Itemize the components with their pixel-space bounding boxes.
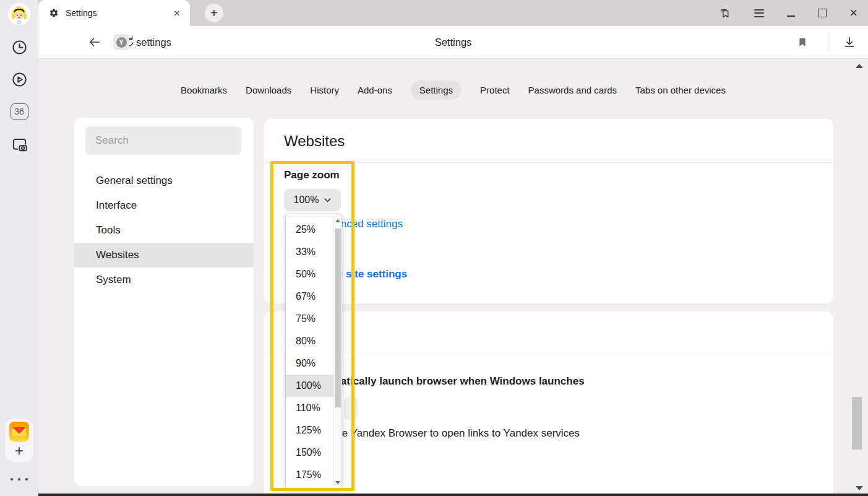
bookmark-icon[interactable]	[796, 36, 809, 48]
page-scroll-up-icon[interactable]	[856, 64, 863, 68]
page-scroll-down-icon[interactable]	[856, 486, 863, 490]
tab-close-icon[interactable]: ×	[171, 7, 183, 20]
zoom-option-25[interactable]: 25%	[286, 219, 333, 241]
nav-item-addons[interactable]: Add-ons	[358, 80, 392, 100]
dropdown-scrollbar[interactable]	[333, 214, 342, 489]
gear-icon	[49, 8, 59, 18]
nav-item-downloads[interactable]: Downloads	[246, 80, 291, 100]
card-divider	[264, 352, 833, 352]
nav-item-settings[interactable]: Settings	[411, 80, 462, 100]
download-icon[interactable]	[843, 35, 856, 49]
window-controls: ×	[718, 0, 868, 26]
tab-strip: Settings × + ×	[38, 0, 868, 26]
page-title: Settings	[435, 37, 472, 48]
websites-heading: Websites	[284, 133, 345, 150]
address-bar-text[interactable]: settings	[136, 37, 171, 48]
tab-count-badge[interactable]: 36	[0, 103, 38, 120]
avatar-image	[8, 3, 30, 25]
zoom-option-90[interactable]: 90%	[286, 352, 333, 375]
toolbar: Y settings Settings	[38, 26, 868, 59]
history-clock-icon[interactable]	[0, 38, 38, 56]
yandex-links-setting-label: Use Yandex Browser to open links to Yand…	[329, 427, 580, 440]
zoom-options: 25% 33% 50% 67% 75% 80% 90% 100% 110% 12…	[286, 219, 333, 486]
new-tab-rail-button[interactable]: +	[5, 441, 33, 461]
tab-title: Settings	[66, 8, 171, 18]
zoom-option-125[interactable]: 125%	[286, 419, 333, 442]
sidebar-item-websites[interactable]: Websites	[74, 243, 254, 268]
settings-top-nav: Bookmarks Downloads History Add-ons Sett…	[38, 80, 868, 100]
sidebar-item-tools[interactable]: Tools	[74, 218, 254, 243]
zoom-option-33[interactable]: 33%	[286, 241, 333, 263]
zoom-option-80[interactable]: 80%	[286, 330, 333, 352]
zoom-option-110[interactable]: 110%	[286, 397, 333, 419]
nav-item-bookmarks[interactable]: Bookmarks	[181, 80, 227, 100]
sidebar-items: General settings Interface Tools Website…	[74, 168, 254, 292]
page-zoom-label: Page zoom	[284, 169, 340, 181]
zoom-option-175[interactable]: 175%	[286, 464, 333, 486]
rail-bottom-group: +	[5, 419, 33, 462]
site-badge-icon[interactable]: Y	[113, 34, 129, 50]
side-panel-icon[interactable]	[718, 7, 731, 20]
settings-sidebar: General settings Interface Tools Website…	[74, 118, 254, 486]
nav-item-passwords[interactable]: Passwords and cards	[528, 80, 617, 100]
nav-item-protect[interactable]: Protect	[480, 80, 510, 100]
ellipsis-icon[interactable]	[0, 473, 38, 485]
minimize-icon[interactable]	[787, 15, 795, 17]
menu-icon[interactable]	[754, 9, 764, 17]
close-icon[interactable]: ×	[849, 6, 857, 20]
toolbar-divider	[828, 34, 828, 51]
card-divider	[264, 162, 833, 163]
zoom-option-150[interactable]: 150%	[286, 442, 333, 464]
scroll-up-icon[interactable]	[335, 219, 340, 222]
launch-mode-select[interactable]	[344, 397, 358, 420]
scroll-down-icon[interactable]	[335, 481, 340, 484]
zoom-option-100[interactable]: 100%	[286, 375, 333, 397]
yandex-logo: Y	[116, 37, 127, 48]
nav-item-history[interactable]: History	[310, 80, 339, 100]
avatar[interactable]	[0, 2, 38, 26]
launch-setting-label: Automatically launch browser when Window…	[307, 375, 585, 388]
back-arrow-icon[interactable]	[87, 35, 101, 50]
tab-count-label: 36	[11, 103, 28, 120]
tab-settings[interactable]: Settings ×	[38, 0, 190, 26]
sidebar-item-general[interactable]: General settings	[74, 168, 254, 193]
window-bottom-edge	[0, 494, 868, 496]
screenshot-camera-icon[interactable]	[0, 135, 38, 154]
search-input[interactable]	[85, 126, 241, 155]
new-tab-button[interactable]: +	[205, 4, 223, 22]
system-card: Automatically launch browser when Window…	[264, 311, 833, 494]
sidebar-item-system[interactable]: System	[74, 268, 254, 292]
play-icon[interactable]	[0, 71, 38, 88]
browser-window: 36 +	[0, 0, 868, 496]
page-zoom-value: 100%	[294, 194, 319, 206]
zoom-option-67[interactable]: 67%	[286, 285, 333, 308]
page-zoom-select[interactable]: 100%	[284, 189, 341, 211]
mail-icon[interactable]	[9, 422, 29, 442]
sidebar-item-interface[interactable]: Interface	[74, 193, 254, 218]
websites-card: Websites Page zoom 100% Advanced setting…	[264, 119, 833, 303]
left-rail: 36 +	[0, 0, 38, 496]
page-scroll-thumb[interactable]	[852, 397, 862, 450]
dropdown-scroll-thumb[interactable]	[335, 228, 341, 407]
zoom-option-50[interactable]: 50%	[286, 263, 333, 285]
zoom-option-75[interactable]: 75%	[286, 308, 333, 330]
page-zoom-dropdown: 25% 33% 50% 67% 75% 80% 90% 100% 110% 12…	[285, 214, 342, 490]
chevron-down-icon	[324, 198, 331, 202]
nav-item-other-devices[interactable]: Tabs on other devices	[635, 80, 726, 100]
maximize-icon[interactable]	[818, 9, 827, 17]
